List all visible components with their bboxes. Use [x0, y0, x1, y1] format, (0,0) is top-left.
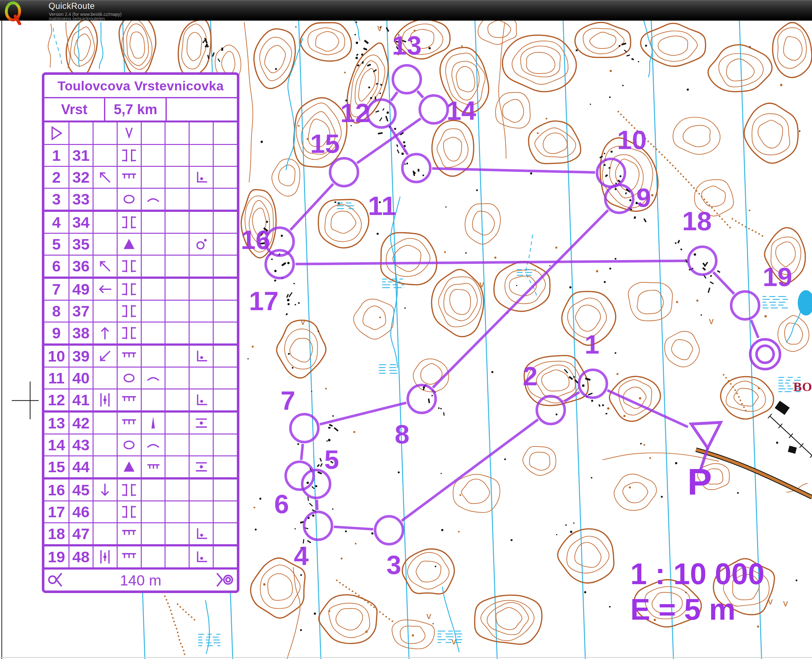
start-col-h — [213, 122, 237, 144]
control-description-row: 434 — [44, 210, 237, 233]
cd-col-g — [189, 301, 213, 322]
start-col-a — [44, 122, 68, 144]
finish-inner-circle — [757, 346, 774, 363]
cd-col-h — [213, 546, 237, 568]
map-scale-text: 1 : 10 000 — [630, 557, 765, 591]
cd-col-g — [189, 255, 213, 276]
cd-col-h — [213, 167, 237, 188]
cd-col-e — [141, 389, 165, 410]
arrow-sw-icon — [96, 348, 113, 365]
cd-col-c — [93, 234, 117, 255]
control-number-cell: 5 — [44, 234, 68, 255]
svg-text:v: v — [426, 610, 431, 621]
boulder-icon — [121, 458, 138, 475]
cd-col-h — [213, 501, 237, 522]
cd-col-h — [213, 413, 237, 434]
cd-col-h — [213, 346, 237, 367]
reentrant-icon — [121, 214, 138, 231]
earthbank-small-icon — [145, 458, 162, 475]
control-number-cell: 4 — [44, 212, 68, 233]
cd-col-f — [165, 234, 189, 255]
cd-col-e — [141, 367, 165, 388]
earthbank-icon — [121, 415, 138, 432]
cd-col-d — [117, 389, 141, 410]
control-number-cell: 18 — [44, 523, 68, 544]
angle-dot-icon — [193, 391, 210, 408]
earthbank-icon — [121, 548, 138, 566]
cd-col-h — [213, 479, 237, 500]
cd-col-c — [93, 255, 117, 276]
start-col-f — [165, 122, 189, 144]
cd-col-g — [189, 456, 213, 477]
cd-col-f — [165, 389, 189, 410]
cd-col-f — [165, 189, 189, 210]
control-number-label: 9 — [636, 183, 651, 213]
sheet-title-row: Toulovcova Vrstevnicovka — [44, 75, 237, 97]
last-control-icon — [47, 569, 67, 591]
cd-col-c — [93, 167, 117, 188]
control-circle — [731, 292, 759, 319]
cd-col-g — [189, 523, 213, 544]
course-leg — [390, 127, 408, 155]
control-number-cell: 16 — [44, 479, 68, 500]
cd-col-h — [213, 212, 237, 233]
control-description-row: 232 — [44, 166, 237, 188]
cd-col-e — [141, 546, 165, 568]
cd-col-d — [117, 546, 141, 568]
cd-col-e — [141, 279, 165, 300]
control-code-cell: 43 — [68, 435, 93, 456]
cd-col-f — [165, 279, 189, 300]
reentrant-icon — [121, 147, 138, 164]
control-number-label: 7 — [281, 386, 296, 415]
control-number-label: 1 — [585, 330, 600, 359]
control-circle — [393, 65, 421, 93]
control-number-label: 14 — [447, 96, 476, 126]
cd-col-d — [117, 501, 141, 522]
control-circle — [688, 247, 716, 274]
shallow-icon — [145, 437, 162, 454]
earthbank-icon — [121, 348, 138, 365]
control-circle — [375, 516, 403, 544]
control-code-cell: 37 — [68, 301, 93, 322]
control-code-cell: 47 — [68, 523, 93, 544]
control-number-cell: 12 — [44, 389, 68, 410]
hill-icon — [121, 369, 138, 386]
website-text: matstroeng.se/quickroute/en — [49, 16, 105, 21]
sheet-subtitle-row: Vrst 5,7 km — [44, 97, 237, 120]
control-description-row: 1746 — [44, 500, 237, 522]
cd-col-f — [165, 255, 189, 276]
control-number-cell: 11 — [44, 367, 68, 388]
control-code-cell: 39 — [68, 346, 93, 367]
control-number-cell: 6 — [44, 255, 68, 276]
crosshair-icon — [12, 382, 39, 419]
control-description-row: 1645 — [44, 477, 237, 500]
control-number-label: 16 — [241, 225, 270, 255]
cd-col-e — [141, 346, 165, 367]
earthbank-icon — [121, 169, 138, 186]
cd-col-e — [141, 435, 165, 456]
angle-dot-icon — [193, 348, 210, 365]
svg-text:v: v — [377, 22, 382, 33]
start-col-b — [68, 122, 93, 144]
reentrant-icon — [121, 303, 138, 320]
control-code-cell: 49 — [68, 279, 93, 300]
cd-col-c — [93, 456, 117, 477]
cd-col-c — [93, 279, 117, 300]
cd-col-e — [141, 456, 165, 477]
cd-col-c — [93, 346, 117, 367]
cd-col-h — [213, 301, 237, 322]
control-number-label: 17 — [249, 286, 279, 316]
control-code-cell: 40 — [68, 367, 93, 388]
cd-col-d — [117, 435, 141, 456]
control-description-row: 837 — [44, 300, 237, 322]
control-number-cell: 3 — [44, 189, 68, 210]
cd-col-g — [189, 145, 213, 166]
control-number-cell: 13 — [44, 413, 68, 434]
between-icon — [96, 391, 113, 408]
cd-col-h — [213, 323, 237, 344]
control-number-cell: 15 — [44, 456, 68, 477]
course-leg — [751, 320, 758, 338]
cd-col-e — [141, 167, 165, 188]
cd-col-g — [189, 167, 213, 188]
v-symbol-icon — [121, 125, 138, 142]
